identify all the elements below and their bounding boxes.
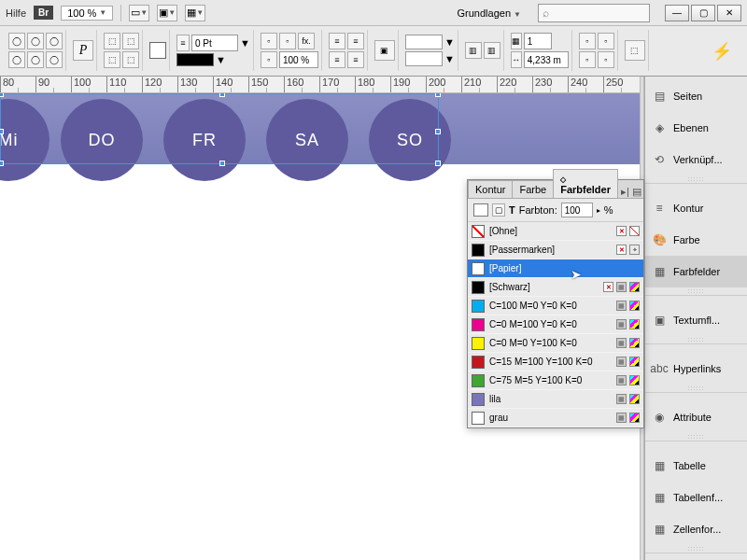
tool-icon[interactable]: ⬚ <box>122 51 139 68</box>
zoom-value: 100 % <box>67 7 96 19</box>
search-input[interactable]: ⌕ <box>538 4 650 22</box>
dock-item-seiten[interactable]: ▤Seiten <box>645 80 747 112</box>
fill-swatch[interactable] <box>149 42 166 59</box>
align-icon[interactable]: ≡ <box>329 33 345 49</box>
tool-icon[interactable]: ▫ <box>598 51 614 68</box>
panel-tabs: KonturFarbe◇ Farbfelder▸|▤ <box>468 180 643 199</box>
tool-icon[interactable]: ⬚ <box>104 51 120 68</box>
dock-label: Verknüpf... <box>673 154 723 165</box>
tint-unit: % <box>604 204 613 216</box>
dock-label: Zellenfor... <box>673 524 721 535</box>
right-panel-dock: ▤Seiten◈Ebenen⟲Verknüpf...::::::≡Kontur🎨… <box>644 77 747 560</box>
day-circle[interactable]: DO <box>61 99 143 181</box>
textwrap-icon[interactable]: ▣ <box>374 40 395 61</box>
tool-icon[interactable]: ◯ <box>27 33 44 49</box>
dock-label: Tabellenf... <box>673 492 723 503</box>
panel-tab[interactable]: Farbe <box>512 180 554 198</box>
tool-icon[interactable]: ◯ <box>8 51 25 68</box>
swatch-row[interactable]: [Schwarz]✕▦ <box>468 278 643 297</box>
align-icon[interactable]: ≡ <box>347 33 364 49</box>
tool-icon[interactable]: ▫ <box>261 51 277 68</box>
tool-icon[interactable]: ▫ <box>279 33 296 49</box>
panel-icon: ▦ <box>651 522 668 537</box>
day-circle[interactable]: FR <box>163 99 246 181</box>
tool-icon[interactable]: ▫ <box>579 51 596 68</box>
tint-input[interactable] <box>561 203 593 217</box>
close-button[interactable]: ✕ <box>717 5 741 21</box>
bridge-button[interactable]: Br <box>34 6 53 20</box>
panel-icon: ≡ <box>651 201 668 216</box>
swatch-row[interactable]: [Passermarken]✕✦ <box>468 241 643 259</box>
swatch-row[interactable]: C=75 M=5 Y=100 K=0▦ <box>468 371 643 390</box>
tool-icon[interactable]: ⬚ <box>122 33 139 49</box>
view-options-icon[interactable]: ▭▼ <box>129 5 149 21</box>
day-circle[interactable]: SO <box>369 99 451 181</box>
menu-bar: Hilfe Br 100 % ▼ ▭▼ ▣▼ ▦▼ Grundlagen ▼ ⌕… <box>0 0 747 26</box>
panel-icon: 🎨 <box>651 232 668 247</box>
swatch-row[interactable]: C=0 M=0 Y=100 K=0▦ <box>468 334 643 353</box>
type-icon[interactable]: P <box>73 40 93 61</box>
screen-mode-icon[interactable]: ▣▼ <box>157 5 177 21</box>
swatch-row[interactable]: [Ohne]✕ <box>468 222 643 241</box>
dock-item-tabelle[interactable]: ▦Tabelle <box>645 450 747 482</box>
dock-item-ebenen[interactable]: ◈Ebenen <box>645 112 747 144</box>
stroke-style[interactable] <box>176 53 214 66</box>
dock-item-farbe[interactable]: 🎨Farbe <box>645 224 747 256</box>
dock-item-zellenfor[interactable]: ▦Zellenfor... <box>645 513 747 545</box>
zoom-level[interactable]: 100 % ▼ <box>61 6 113 21</box>
swatch-row[interactable]: C=15 M=100 Y=100 K=0▦ <box>468 353 643 371</box>
dock-item-textumfl[interactable]: ▣Textumfl... <box>645 304 747 336</box>
tool-icon[interactable]: ▫ <box>261 33 277 49</box>
dock-item-verknüpf[interactable]: ⟲Verknüpf... <box>645 144 747 175</box>
bolt-icon[interactable]: ⚡ <box>712 41 732 62</box>
dropdown[interactable] <box>405 35 443 49</box>
swatch-row[interactable]: lila▦ <box>468 390 643 409</box>
dock-item-kontur[interactable]: ≡Kontur <box>645 192 747 224</box>
panel-tab[interactable]: Kontur <box>468 180 513 198</box>
arrange-icon[interactable]: ▦▼ <box>185 5 205 21</box>
panel-icon: ▤ <box>651 89 668 104</box>
panel-collapse-icon[interactable]: ▸| <box>621 186 629 198</box>
col-icon[interactable]: ▥ <box>465 42 482 59</box>
dock-item-hyperlinks[interactable]: abcHyperlinks <box>645 353 747 385</box>
tool-icon[interactable]: ▫ <box>579 33 596 49</box>
fill-stroke-proxy[interactable] <box>473 203 488 217</box>
tool-icon[interactable]: ◯ <box>46 51 63 68</box>
help-menu[interactable]: Hilfe <box>6 7 26 19</box>
tint-label: Farbton: <box>519 204 557 216</box>
tool-icon[interactable]: ▫ <box>598 33 614 49</box>
align-icon[interactable]: ≡ <box>347 51 364 68</box>
dropdown[interactable] <box>405 51 443 66</box>
panel-menu-icon[interactable]: ▤ <box>632 186 641 198</box>
col-icon[interactable]: ▥ <box>484 42 500 59</box>
fx-icon[interactable]: fx. <box>298 33 315 49</box>
chevron-right-icon[interactable]: ▸ <box>597 206 600 215</box>
swatch-row[interactable]: C=0 M=100 Y=0 K=0▦ <box>468 315 643 334</box>
window-controls: — ▢ ✕ <box>665 5 741 21</box>
panel-icon: ◈ <box>651 120 668 135</box>
maximize-button[interactable]: ▢ <box>691 5 715 21</box>
formatting-container-icon[interactable]: ▢ <box>492 203 505 217</box>
swatch-row[interactable]: [Papier] <box>468 259 643 278</box>
dock-item-farbfelder[interactable]: ▦Farbfelder <box>645 256 747 287</box>
minimize-button[interactable]: — <box>665 5 689 21</box>
formatting-text-icon[interactable]: T <box>509 204 515 216</box>
stroke-weight-input[interactable]: 0 Pt <box>191 35 238 51</box>
dock-item-attribute[interactable]: ◉Attribute <box>645 401 747 433</box>
tool-icon[interactable]: ◯ <box>46 33 63 49</box>
tool-icon[interactable]: ◯ <box>8 33 25 49</box>
day-circle[interactable]: SA <box>266 99 348 181</box>
opacity-input[interactable]: 100 % <box>279 51 318 68</box>
tool-icon[interactable]: ◯ <box>27 51 44 68</box>
workspace-switcher[interactable]: Grundlagen ▼ <box>448 6 530 21</box>
tool-icon[interactable]: ⬚ <box>625 40 645 61</box>
panel-tab[interactable]: ◇ Farbfelder <box>553 169 618 198</box>
gutter-input[interactable]: 4,233 m <box>524 51 569 68</box>
tool-icon[interactable]: ⬚ <box>104 33 120 49</box>
dock-item-tabellenf[interactable]: ▦Tabellenf... <box>645 482 747 513</box>
columns-input[interactable]: 1 <box>524 33 552 49</box>
swatch-row[interactable]: grau▦ <box>468 409 643 427</box>
swatch-row[interactable]: C=100 M=0 Y=0 K=0▦ <box>468 297 643 315</box>
align-icon[interactable]: ≡ <box>329 51 345 68</box>
chevron-down-icon: ▼ <box>99 8 106 17</box>
